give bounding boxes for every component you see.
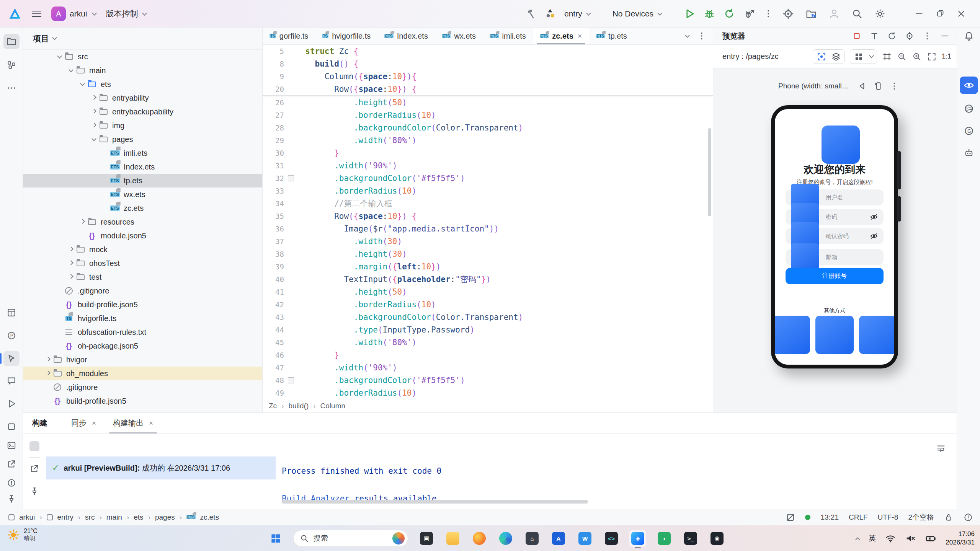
color-preview-chip[interactable] xyxy=(288,175,294,181)
device-label[interactable]: Phone (width: small,… xyxy=(778,82,851,90)
tree-item-.gitignore[interactable]: .gitignore xyxy=(23,380,262,394)
taskbar-app-store[interactable]: ⌂ xyxy=(524,530,541,547)
refresh-preview-button[interactable] xyxy=(887,31,897,41)
weather-widget[interactable]: 21°C晴朗 xyxy=(7,528,38,542)
code-line-35[interactable]: 35Row({space:10}) { xyxy=(263,210,713,222)
stop-preview-button[interactable] xyxy=(852,31,862,41)
alt-login-icon-3[interactable] xyxy=(859,316,894,354)
code-line-34[interactable]: 34//第二个输入框 xyxy=(263,197,713,210)
code-line-36[interactable]: 36Image($r("app.media.startIcon")) xyxy=(263,222,713,235)
taskbar-app-edge[interactable] xyxy=(497,530,514,547)
indent-setting[interactable]: 2个空格 xyxy=(908,512,934,522)
notifications-button[interactable] xyxy=(961,28,977,44)
tab-options-icon[interactable] xyxy=(697,31,707,41)
device-selector[interactable]: No Devices xyxy=(612,9,662,18)
export-tool-button[interactable] xyxy=(3,456,20,472)
notifications-status-icon[interactable] xyxy=(963,512,973,522)
settings-button[interactable] xyxy=(874,8,886,20)
input-field-4[interactable]: 邮箱 xyxy=(786,249,884,265)
tree-item-main[interactable]: main xyxy=(23,64,262,77)
taskbar-app-terminal[interactable]: >_ xyxy=(682,530,699,547)
tree-item-Index.ets[interactable]: ETSIndex.ets xyxy=(23,160,262,174)
comments-tool-button[interactable] xyxy=(3,373,20,388)
tray-clock[interactable]: 17:062026/3/31 xyxy=(946,530,975,547)
zoom-out-button[interactable] xyxy=(897,52,907,62)
tab-zc.ets[interactable]: ETSzc.ets× xyxy=(533,28,589,44)
more-tools-button[interactable] xyxy=(3,80,20,96)
status-crumb-item[interactable]: zc.ets xyxy=(200,513,219,522)
main-menu-button[interactable] xyxy=(32,11,41,17)
tab-imli.ets[interactable]: ETSimli.ets xyxy=(483,28,533,44)
close-tab-icon[interactable]: × xyxy=(92,419,96,427)
close-tab-icon[interactable]: × xyxy=(149,419,153,427)
tree-item-hvigor[interactable]: hvigor xyxy=(23,353,262,367)
tree-item-hvigorfile.ts[interactable]: TShvigorfile.ts xyxy=(23,311,262,325)
tree-item-resources[interactable]: resources xyxy=(23,215,262,229)
tree-item-oh_modules[interactable]: oh_modules xyxy=(23,367,262,380)
chevron-down-icon[interactable] xyxy=(69,67,74,72)
code-line-27[interactable]: 27.borderRadius(10) xyxy=(263,109,713,121)
problems-tool-button[interactable] xyxy=(3,475,20,491)
code-line-31[interactable]: 31.width('90%') xyxy=(263,159,713,172)
chevron-right-icon[interactable] xyxy=(69,246,74,251)
taskbar-app-app-blue[interactable]: A xyxy=(550,530,567,547)
tray-expand-button[interactable] xyxy=(855,537,860,542)
console-scrollbar[interactable] xyxy=(282,500,588,504)
code-line-47[interactable]: 47.width('90%') xyxy=(263,361,713,374)
taskbar-app-app-teal[interactable]: W xyxy=(577,530,593,547)
code-line-32[interactable]: 32.backgroundColor('#f5f5f5') xyxy=(263,172,713,184)
tree-item-build-profile.json5[interactable]: {}build-profile.json5 xyxy=(23,298,262,311)
taskbar-app-huawei-browser[interactable]: ◉ xyxy=(709,530,725,547)
code-line-40[interactable]: 40TextInput({placeholder:"密码"}) xyxy=(263,273,713,285)
run-button[interactable] xyxy=(684,8,695,20)
attach-debugger-button[interactable] xyxy=(743,8,755,20)
tab-tp.ets[interactable]: ETStp.ets xyxy=(589,28,634,44)
tab-Index.ets[interactable]: ETSIndex.ets xyxy=(377,28,435,44)
services-tool-button[interactable] xyxy=(3,419,20,434)
code-line-48[interactable]: 48.backgroundColor('#f5f5f5') xyxy=(263,374,713,386)
taskbar-app-wechat[interactable]: ◖ xyxy=(656,530,673,547)
status-crumb-item[interactable]: main xyxy=(106,513,122,522)
tree-item-ets[interactable]: ets xyxy=(23,77,262,91)
alt-login-icon-1[interactable] xyxy=(775,316,810,354)
code-line-46[interactable]: 46} xyxy=(263,349,713,361)
status-crumb-item[interactable]: pages xyxy=(155,513,175,522)
vcs-menu[interactable]: 版本控制 xyxy=(106,8,146,19)
code-line-44[interactable]: 44.type(InputType.Password) xyxy=(263,323,713,336)
device-more-button[interactable] xyxy=(889,81,899,91)
vcs-tool-button[interactable] xyxy=(3,491,20,507)
register-button[interactable]: 注册账号 xyxy=(786,268,884,284)
eye-off-icon[interactable] xyxy=(870,232,878,240)
tab-list-chevron-icon[interactable] xyxy=(685,33,690,38)
device-locator-icon[interactable] xyxy=(782,8,794,20)
project-panel-header[interactable]: 项目 xyxy=(23,28,262,50)
chevron-right-icon[interactable] xyxy=(91,95,96,100)
code-line-28[interactable]: 28.backgroundColor(Color.Transparent) xyxy=(263,121,713,134)
build-hammer-icon[interactable] xyxy=(525,8,536,19)
code-line-42[interactable]: 42.borderRadius(10) xyxy=(263,298,713,311)
chevron-down-icon[interactable] xyxy=(80,81,85,86)
tree-item-mock[interactable]: mock xyxy=(23,243,262,256)
ime-indicator[interactable]: 英 xyxy=(869,533,876,543)
build-task-row[interactable]: ✓ arkui [PreviewBuild]: 成功的 在2026/3/31 1… xyxy=(46,456,276,479)
tree-item-test[interactable]: test xyxy=(23,270,262,284)
tree-item-img[interactable]: img xyxy=(23,119,262,132)
encoding[interactable]: UTF-8 xyxy=(878,513,898,522)
pin-icon[interactable] xyxy=(29,486,39,496)
chevron-right-icon[interactable] xyxy=(91,122,96,127)
code-line-39[interactable]: 39.margin({left:10}) xyxy=(263,260,713,273)
previewer-tool-button[interactable] xyxy=(3,351,20,366)
chevron-right-icon[interactable] xyxy=(46,357,51,362)
chevron-right-icon[interactable] xyxy=(46,370,51,375)
chevron-down-icon[interactable] xyxy=(57,54,62,59)
terminal-tool-button[interactable] xyxy=(3,438,20,453)
font-scale-button[interactable] xyxy=(869,31,879,41)
code-line-37[interactable]: 37.width(30) xyxy=(263,235,713,248)
tree-item-tp.ets[interactable]: ETStp.ets xyxy=(23,174,262,187)
multi-device-button[interactable] xyxy=(854,52,864,62)
tree-item-pages[interactable]: pages xyxy=(23,132,262,146)
layout-tool-button[interactable] xyxy=(3,305,20,320)
window-close-button[interactable] xyxy=(956,9,966,19)
more-actions-button[interactable] xyxy=(763,9,773,19)
assistant-button[interactable] xyxy=(961,101,977,116)
